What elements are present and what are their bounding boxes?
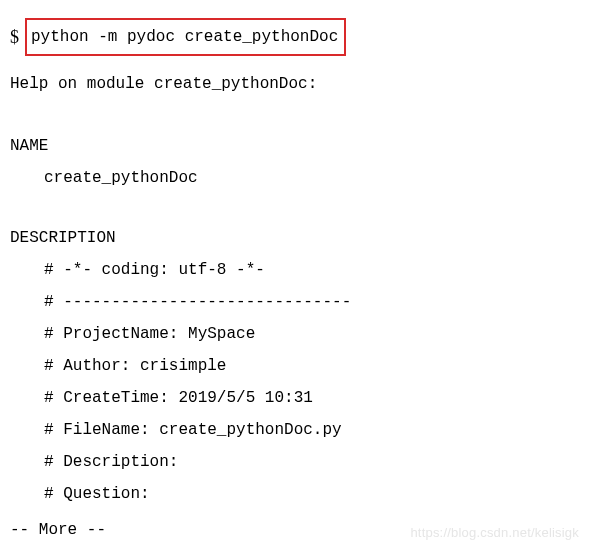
description-header: DESCRIPTION bbox=[10, 222, 581, 254]
highlighted-command: python -m pydoc create_pythonDoc bbox=[25, 18, 346, 56]
name-header: NAME bbox=[10, 130, 581, 162]
module-name: create_pythonDoc bbox=[10, 162, 581, 194]
description-line: # ------------------------------ bbox=[10, 286, 581, 318]
prompt-symbol: $ bbox=[10, 19, 19, 55]
description-line: # FileName: create_pythonDoc.py bbox=[10, 414, 581, 446]
description-section: DESCRIPTION # -*- coding: utf-8 -*- # --… bbox=[10, 222, 581, 510]
name-section: NAME create_pythonDoc bbox=[10, 130, 581, 194]
description-line: # CreateTime: 2019/5/5 10:31 bbox=[10, 382, 581, 414]
description-line: # Description: bbox=[10, 446, 581, 478]
help-intro-text: Help on module create_pythonDoc: bbox=[10, 68, 581, 100]
description-line: # -*- coding: utf-8 -*- bbox=[10, 254, 581, 286]
description-line: # Author: crisimple bbox=[10, 350, 581, 382]
description-line: # Question: bbox=[10, 478, 581, 510]
description-line: # ProjectName: MySpace bbox=[10, 318, 581, 350]
command-prompt-line: $ python -m pydoc create_pythonDoc bbox=[10, 18, 581, 56]
watermark-text: https://blog.csdn.net/kelisigk bbox=[410, 520, 579, 546]
